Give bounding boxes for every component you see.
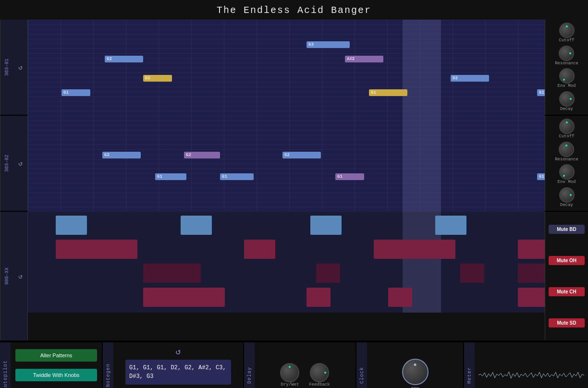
knob-envmod-1[interactable]: Env Mod <box>558 68 576 89</box>
bd-beat-2 <box>181 216 212 235</box>
delay-drywet-dot <box>289 366 291 368</box>
piano-roll-303-02[interactable]: G2 G2 G2 G1 G1 G1 G1 <box>28 116 545 212</box>
knob-cutoff-2[interactable]: Cutoff <box>559 119 574 139</box>
knob-label-envmod-1: Env Mod <box>558 84 576 89</box>
page-title: The Endless Acid Banger <box>0 0 588 20</box>
knob-envmod-dial-1[interactable] <box>559 68 575 84</box>
note2-G1-3: G1 <box>335 173 364 180</box>
knobs-panel-303-01: Cutoff Resonance Env Mod Decay <box>545 20 588 115</box>
knob-resonance-dial-2[interactable] <box>559 142 574 157</box>
knobs-panel-303-02: Cutoff Resonance Env Mod Decay <box>545 116 588 211</box>
knob-dot-dec-1 <box>570 98 572 100</box>
ch-beat-3 <box>460 264 484 283</box>
piano-roll-303-01[interactable]: G2 D2 G3 A#2 D2 G1 G1 G1 <box>28 20 545 116</box>
delay-feedback-knob[interactable]: Feedback <box>309 363 330 388</box>
drum-grid[interactable] <box>28 212 545 313</box>
clock-section: Clock BPM <box>356 342 464 388</box>
note-D2-2: D2 <box>451 75 489 82</box>
meter-label: Meter <box>464 342 475 388</box>
knob-dot-res-1 <box>569 52 571 54</box>
sd-beat-2 <box>306 288 331 307</box>
note2-G2-2: G2 <box>184 152 220 158</box>
track-label-303-01: 303-01 <box>0 20 13 115</box>
alter-patterns-button[interactable]: Alter Patterns <box>15 349 97 362</box>
notegen-label: Notegen <box>103 342 113 388</box>
delay-section: Delay Dry/Wet Feedback <box>244 342 356 388</box>
note2-G2-1: G2 <box>102 152 141 158</box>
mute-ch-button[interactable]: Mute CH <box>549 287 585 296</box>
highlight-303-02 <box>403 116 441 212</box>
track-909-xx: 909-XX ↺ Mute BD <box>0 212 588 341</box>
oh-beat-4 <box>518 240 545 259</box>
knob-resonance-2[interactable]: Resonance <box>555 142 578 162</box>
clock-label: Clock <box>356 342 367 388</box>
knob-cutoff-dial-1[interactable] <box>559 23 575 38</box>
waveform-display <box>478 365 584 385</box>
delay-panel: Dry/Wet Feedback <box>255 342 355 388</box>
knob-label-decay-1: Decay <box>560 107 573 112</box>
note2-G1-4: G1 <box>537 173 545 180</box>
ch-beat-2 <box>316 264 340 283</box>
notegen-refresh-icon[interactable]: ↺ <box>176 346 181 357</box>
knob-decay-dial-2[interactable] <box>559 187 575 203</box>
note-D2-1: D2 <box>143 75 172 82</box>
knob-envmod-dial-2[interactable] <box>559 164 575 180</box>
refresh-icon-909[interactable]: ↺ <box>18 272 22 280</box>
meter-panel <box>475 342 588 388</box>
notegen-section: Notegen ↺ G1, G1, G1, D2, G2, A#2, C3, D… <box>103 342 244 388</box>
knob-dot-env-1 <box>563 79 565 81</box>
track-controls-909: ↺ <box>13 212 28 340</box>
refresh-icon-303-02[interactable]: ↺ <box>18 159 22 168</box>
delay-drywet-dial[interactable] <box>280 363 299 382</box>
clock-panel: BPM <box>367 342 463 388</box>
bpm-knob[interactable] <box>402 359 429 385</box>
mute-sd-button[interactable]: Mute SD <box>549 318 585 327</box>
delay-drywet-label: Dry/Wet <box>281 383 299 388</box>
sd-beat-3 <box>388 288 412 307</box>
knob-label-decay-2: Decay <box>560 203 573 208</box>
twiddle-knobs-button[interactable]: Twiddle With Knobs <box>15 369 97 381</box>
sd-beat-1 <box>143 288 225 307</box>
bd-beat-1 <box>56 216 87 235</box>
knob-label-cutoff-1: Cutoff <box>559 38 574 43</box>
knob-dot-res-2 <box>565 145 567 146</box>
note-G3-1: G3 <box>306 41 350 48</box>
knob-decay-2[interactable]: Decay <box>559 187 575 208</box>
track-label-303-02: 303-02 <box>0 116 13 211</box>
note-G2-1: G2 <box>105 56 143 62</box>
autopilot-label: Autopilot <box>0 342 11 388</box>
knob-envmod-2[interactable]: Env Mod <box>558 164 576 185</box>
knob-cutoff-dial-2[interactable] <box>559 119 575 134</box>
knob-resonance-1[interactable]: Resonance <box>555 46 578 66</box>
track-controls-303-01: ↺ <box>13 20 28 115</box>
knob-dot-1 <box>566 25 568 27</box>
knob-label-cutoff-2: Cutoff <box>559 134 574 139</box>
delay-drywet-knob[interactable]: Dry/Wet <box>280 363 299 388</box>
knob-decay-1[interactable]: Decay <box>559 91 575 112</box>
note2-G1-1: G1 <box>155 173 186 180</box>
track-303-02: 303-02 ↺ G2 G2 G2 G1 G1 G1 G1 Cutoff <box>0 116 588 212</box>
note-G1-3: G1 <box>537 89 545 96</box>
mute-oh-button[interactable]: Mute OH <box>549 256 585 265</box>
note-G1-2: G1 <box>369 89 407 96</box>
knob-label-resonance-2: Resonance <box>555 158 578 162</box>
track-label-909: 909-XX <box>0 212 13 340</box>
delay-label: Delay <box>244 342 255 388</box>
knob-cutoff-1[interactable]: Cutoff <box>559 23 574 43</box>
knob-dot-env-2 <box>563 175 565 177</box>
knob-dot-cut-2 <box>566 121 568 123</box>
knob-dot-dec-2 <box>570 194 572 196</box>
ch-beat-4 <box>518 264 545 283</box>
knob-resonance-dial-1[interactable] <box>559 46 574 61</box>
oh-beat-1 <box>56 240 137 259</box>
bottom-panel: Autopilot Alter Patterns Twiddle With Kn… <box>0 341 588 388</box>
note2-G2-3: G2 <box>282 152 321 158</box>
delay-feedback-dial[interactable] <box>310 363 329 382</box>
delay-feedback-label: Feedback <box>309 383 330 388</box>
refresh-icon-303-01[interactable]: ↺ <box>18 63 22 72</box>
knob-decay-dial-1[interactable] <box>559 91 575 107</box>
mute-bd-button[interactable]: Mute BD <box>549 225 585 234</box>
drum-mutes-panel: Mute BD Mute OH Mute CH Mute SD <box>545 212 588 340</box>
track-303-01: 303-01 ↺ G2 D2 G3 A#2 D2 G1 G1 G1 Cutoff <box>0 20 588 116</box>
notegen-notes-display: G1, G1, G1, D2, G2, A#2, C3, D#3, G3 <box>125 360 231 385</box>
